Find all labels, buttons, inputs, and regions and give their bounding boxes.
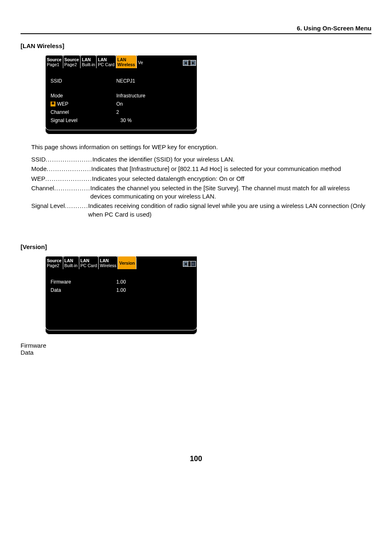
definition-list: SSID ...................... Indicates th… (31, 155, 371, 219)
label-ssid: SSID (51, 78, 116, 84)
tab-label: LAN (100, 258, 116, 263)
value-data: 1.00 (116, 287, 192, 293)
tab-sublabel: Wireless (118, 62, 135, 67)
lock-icon (51, 102, 55, 106)
version-simple-list: Firmware Data (21, 342, 371, 356)
tab-lan-pccard[interactable]: LAN PC Card (96, 55, 116, 68)
label-channel: Channel (51, 109, 116, 115)
def-desc: Indicates receiving condition of radio s… (88, 202, 371, 219)
value-signal: 30 % (116, 118, 192, 123)
row-channel: Channel 2 (51, 109, 192, 115)
tab-label: LAN (98, 57, 114, 62)
tab-cut-label: Ve (138, 60, 143, 65)
tab-label: LAN (81, 258, 97, 263)
def-desc: Indicates that [Infrastructure] or [802.… (91, 165, 371, 173)
arrow-right-icon: ► (191, 261, 196, 267)
tab-lan-wireless[interactable]: LAN Wireless (98, 256, 118, 269)
value-firmware: 1.00 (116, 279, 192, 285)
osd-tabs-row: Source Page1 Source Page2 LAN Built-in L… (45, 55, 197, 68)
tab-label: LAN (82, 57, 95, 62)
tab-lan-builtin[interactable]: LAN Built-in (63, 256, 79, 269)
tab-scroll-arrows[interactable]: ◄ ► (182, 256, 197, 269)
tab-sublabel: PC Card (98, 62, 114, 67)
row-wep: WEP On (51, 101, 192, 107)
arrow-right-icon[interactable]: ► (191, 60, 196, 66)
lan-wireless-desc: This page shows information on settings … (31, 143, 371, 150)
tab-lan-pccard[interactable]: LAN PC Card (79, 256, 99, 269)
tab-label: LAN (65, 258, 78, 263)
page-number: 100 (21, 455, 371, 463)
def-row-signal: Signal Level ........... Indicates recei… (31, 202, 371, 219)
arrow-left-icon[interactable]: ◄ (183, 60, 188, 66)
label-mode: Mode (51, 93, 116, 99)
def-row-wep: WEP ...................... Indicates you… (31, 175, 371, 183)
tab-version[interactable]: Version (118, 256, 136, 269)
tab-lan-builtin[interactable]: LAN Built-in (80, 55, 97, 68)
def-term: WEP (31, 175, 45, 183)
def-term: Mode (31, 165, 47, 173)
row-signal: Signal Level 30 % (51, 118, 192, 123)
tab-label: Source (47, 258, 62, 263)
label-signal: Signal Level (51, 118, 116, 123)
def-row-ssid: SSID ...................... Indicates th… (31, 155, 371, 164)
tab-label: Source (47, 57, 62, 62)
def-dots: ..................... (47, 165, 92, 173)
osd-body: SSID NECPJ1 Mode Infrastructure WEP On C… (45, 68, 197, 130)
tab-label: LAN (118, 57, 135, 62)
label-data: Data (51, 287, 116, 293)
osd-tabs-row: Source Page2 LAN Built-in LAN PC Card LA… (45, 256, 197, 269)
value-wep: On (116, 101, 192, 107)
tab-cutoff: Ve (136, 55, 143, 68)
def-dots: ........... (65, 202, 88, 219)
label-firmware: Firmware (51, 279, 116, 285)
tab-sublabel: PC Card (81, 263, 97, 268)
def-desc: Indicates the identifier (SSID) for your… (92, 155, 371, 164)
tab-source-page1[interactable]: Source Page1 (45, 55, 63, 68)
value-ssid: NECPJ1 (116, 78, 192, 84)
list-item-firmware: Firmware (21, 342, 371, 349)
tab-label: Version (119, 261, 135, 265)
osd-window-lan-wireless: Source Page1 Source Page2 LAN Built-in L… (45, 55, 197, 134)
row-firmware: Firmware 1.00 (51, 279, 192, 285)
chapter-header: 6. Using On-Screen Menu (21, 25, 371, 34)
section-title-lan-wireless: [LAN Wireless] (21, 42, 371, 49)
def-row-channel: Channel ................. Indicates the … (31, 184, 371, 201)
label-wep: WEP (51, 101, 116, 107)
tab-sublabel: Built-in (82, 62, 95, 67)
tab-scroll-arrows[interactable]: ◄ ► (182, 55, 197, 68)
osd-window-version: Source Page2 LAN Built-in LAN PC Card LA… (45, 256, 197, 335)
tab-sublabel: Page2 (47, 263, 62, 268)
tab-sublabel: Built-in (65, 263, 78, 268)
tab-sublabel: Page1 (47, 62, 62, 67)
tab-source-page2[interactable]: Source Page2 (45, 256, 63, 269)
label-wep-text: WEP (57, 101, 68, 107)
def-dots: ...................... (45, 175, 92, 183)
def-dots: ...................... (46, 155, 92, 164)
def-term: SSID (31, 155, 46, 164)
row-data: Data 1.00 (51, 287, 192, 293)
def-dots: ................. (54, 184, 90, 201)
def-term: Channel (31, 184, 54, 201)
tab-lan-wireless[interactable]: LAN Wireless (116, 55, 137, 68)
list-item-data: Data (21, 349, 371, 356)
tab-sublabel: Page2 (65, 62, 79, 67)
row-mode: Mode Infrastructure (51, 93, 192, 99)
value-mode: Infrastructure (116, 93, 192, 99)
tab-sublabel: Wireless (100, 263, 116, 268)
tab-source-page2[interactable]: Source Page2 (63, 55, 81, 68)
tab-label: Source (65, 57, 79, 62)
def-row-mode: Mode ..................... Indicates tha… (31, 165, 371, 173)
def-term: Signal Level (31, 202, 65, 219)
section-title-version: [Version] (21, 243, 371, 250)
def-desc: Indicates the channel you selected in th… (90, 184, 371, 201)
value-channel: 2 (116, 109, 192, 115)
row-ssid: SSID NECPJ1 (51, 78, 192, 84)
osd-body: Firmware 1.00 Data 1.00 (45, 269, 197, 330)
arrow-left-icon[interactable]: ◄ (183, 261, 188, 267)
def-desc: Indicates your selected datalength encry… (92, 175, 371, 183)
